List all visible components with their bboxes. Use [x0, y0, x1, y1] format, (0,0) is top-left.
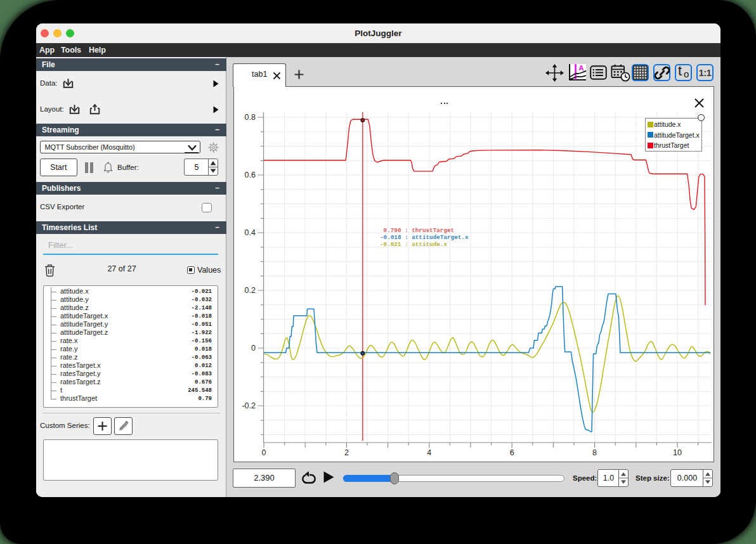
- svg-text:0.4: 0.4: [245, 228, 256, 237]
- svg-text:2: 2: [344, 448, 349, 457]
- svg-text:4: 4: [427, 448, 431, 457]
- svg-text:6: 6: [510, 448, 514, 457]
- svg-text:8: 8: [592, 448, 597, 457]
- svg-text:-0.2: -0.2: [242, 401, 256, 410]
- svg-text:0.8: 0.8: [245, 113, 256, 122]
- svg-text:0.6: 0.6: [245, 171, 256, 179]
- svg-text:0.2: 0.2: [245, 286, 256, 295]
- svg-text:10: 10: [673, 448, 682, 457]
- svg-text:0: 0: [262, 448, 266, 457]
- svg-text:0: 0: [251, 344, 256, 353]
- svg-text:A: A: [579, 64, 584, 72]
